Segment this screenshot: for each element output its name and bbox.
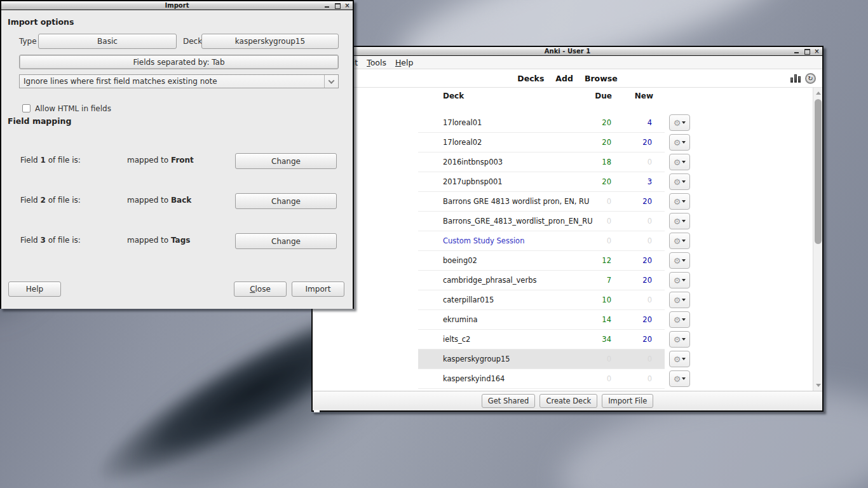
gear-icon: ⚙ — [674, 336, 681, 344]
deck-options-button[interactable]: ⚙ — [669, 114, 690, 131]
scrollbar[interactable] — [813, 88, 822, 391]
get-shared-button[interactable]: Get Shared — [482, 394, 536, 408]
deck-options-button[interactable]: ⚙ — [669, 331, 690, 348]
allow-html-checkbox[interactable] — [22, 104, 31, 112]
new-count: 20 — [620, 276, 652, 285]
deck-name-link[interactable]: boeing02 — [443, 256, 477, 265]
deck-options-button[interactable]: ⚙ — [669, 134, 690, 151]
gear-icon: ⚙ — [674, 296, 681, 304]
import-file-button[interactable]: Import File — [602, 394, 653, 408]
deck-options-button[interactable]: ⚙ — [669, 252, 690, 269]
due-count: 20 — [580, 118, 611, 127]
deck-name-link[interactable]: cambridge_phrasal_verbs — [443, 276, 536, 285]
create-deck-button[interactable]: Create Deck — [539, 394, 597, 408]
main-window-titlebar[interactable]: Anki - User 1 × — [313, 47, 822, 56]
gear-icon: ⚙ — [674, 276, 681, 285]
new-count: 20 — [620, 197, 652, 206]
deck-button[interactable]: kasperskygroup15 — [201, 34, 339, 49]
gear-icon: ⚙ — [674, 237, 681, 245]
dropdown-arrow-icon — [682, 220, 686, 222]
minimize-icon[interactable] — [324, 3, 330, 8]
fields-separator-button[interactable]: Fields separated by: Tab — [19, 55, 339, 69]
scrollbar-thumb[interactable] — [815, 99, 822, 244]
deck-name-link[interactable]: 2016intbnsp003 — [443, 158, 503, 166]
new-count: 0 — [620, 295, 652, 304]
new-count: 3 — [620, 177, 652, 186]
deck-options-button[interactable]: ⚙ — [669, 173, 690, 190]
scroll-down-icon[interactable] — [816, 384, 821, 387]
dropdown-arrow-icon — [682, 259, 686, 262]
duplicate-handling-select[interactable]: Ignore lines where first field matches e… — [19, 74, 339, 88]
deck-options-button[interactable]: ⚙ — [669, 213, 690, 229]
due-count: 7 — [580, 276, 611, 285]
deck-options-button[interactable]: ⚙ — [669, 233, 690, 249]
change-mapping-button[interactable]: Change — [235, 153, 337, 169]
deck-row: caterpillar015100⚙ — [418, 290, 665, 310]
change-mapping-button[interactable]: Change — [235, 233, 337, 249]
close-icon[interactable]: × — [344, 3, 350, 8]
minimize-icon[interactable] — [794, 48, 799, 54]
toolbar-add[interactable]: Add — [555, 74, 573, 83]
resize-grip[interactable] — [314, 410, 320, 412]
deck-row: 2017upbnsp001203⚙ — [418, 172, 665, 192]
deck-options-button[interactable]: ⚙ — [669, 154, 690, 170]
type-label: Type — [19, 37, 37, 46]
deck-label: Deck — [183, 37, 202, 46]
deck-options-button[interactable]: ⚙ — [669, 351, 690, 367]
deck-name-link[interactable]: ielts_c2 — [443, 335, 470, 344]
new-column-header: New — [621, 92, 653, 100]
deck-row: kasperskyind16400⚙ — [418, 369, 665, 389]
field-target-label: mapped to Front — [127, 156, 194, 165]
dropdown-arrow-icon — [682, 377, 686, 380]
deck-options-button[interactable]: ⚙ — [669, 193, 690, 210]
deck-name-link[interactable]: Barrons_GRE_4813_wordlist_pron_EN_RU — [443, 217, 593, 226]
field-mapping-row: Field 3 of file is:mapped to TagsChange — [1, 233, 353, 249]
due-count: 20 — [580, 177, 611, 186]
menu-tools[interactable]: Tools — [367, 58, 386, 67]
sync-icon[interactable]: ↻ — [805, 73, 816, 84]
due-count: 0 — [580, 236, 611, 245]
deck-name-link[interactable]: kasperskyind164 — [443, 374, 505, 383]
deck-options-button[interactable]: ⚙ — [669, 311, 690, 328]
due-count: 0 — [580, 355, 611, 363]
close-icon[interactable]: × — [814, 48, 820, 54]
new-count: 0 — [620, 217, 652, 226]
toolbar-decks[interactable]: Decks — [517, 74, 544, 83]
deck-name-link[interactable]: 17loreal02 — [443, 138, 482, 147]
field-mapping-row: Field 2 of file is:mapped to BackChange — [1, 193, 353, 209]
toolbar-browse[interactable]: Browse — [585, 74, 618, 83]
deck-options-button[interactable]: ⚙ — [669, 272, 690, 288]
stats-icon[interactable] — [790, 74, 801, 83]
help-button[interactable]: Help — [8, 281, 61, 297]
main-window-title: Anki - User 1 — [545, 47, 590, 56]
deck-options-button[interactable]: ⚙ — [669, 370, 690, 387]
deck-name-link[interactable]: ekrumina — [443, 315, 478, 324]
deck-name-link[interactable]: Custom Study Session — [443, 236, 524, 245]
maximize-icon[interactable] — [804, 48, 810, 54]
gear-icon: ⚙ — [674, 355, 681, 363]
menu-bar: FileEditToolsHelp — [313, 56, 822, 69]
due-count: 0 — [580, 217, 611, 226]
import-options-heading: Import options — [8, 17, 74, 27]
close-button[interactable]: Close — [234, 281, 287, 297]
note-type-button[interactable]: Basic — [38, 34, 177, 49]
deck-name-link[interactable]: 17loreal01 — [443, 118, 482, 127]
deck-options-button[interactable]: ⚙ — [669, 292, 690, 308]
deck-row: 2016intbnsp003180⚙ — [418, 152, 665, 172]
import-dialog-titlebar[interactable]: Import × — [1, 1, 353, 10]
deck-name-link[interactable]: caterpillar015 — [443, 295, 494, 304]
dropdown-arrow-icon — [682, 121, 686, 124]
dropdown-arrow-icon — [682, 161, 686, 163]
change-mapping-button[interactable]: Change — [235, 193, 337, 209]
gear-icon: ⚙ — [674, 257, 681, 265]
maximize-icon[interactable] — [334, 3, 340, 8]
scroll-up-icon[interactable] — [816, 92, 821, 95]
menu-help[interactable]: Help — [395, 58, 414, 67]
deck-name-link[interactable]: 2017upbnsp001 — [443, 177, 503, 186]
dropdown-arrow-icon — [682, 299, 686, 301]
new-count: 20 — [620, 335, 652, 344]
import-button[interactable]: Import — [292, 281, 344, 297]
deck-name-link[interactable]: Barrons GRE 4813 wordlist pron, EN, RU — [443, 197, 589, 206]
deck-name-link[interactable]: kasperskygroup15 — [443, 355, 510, 363]
new-count: 0 — [620, 374, 652, 383]
